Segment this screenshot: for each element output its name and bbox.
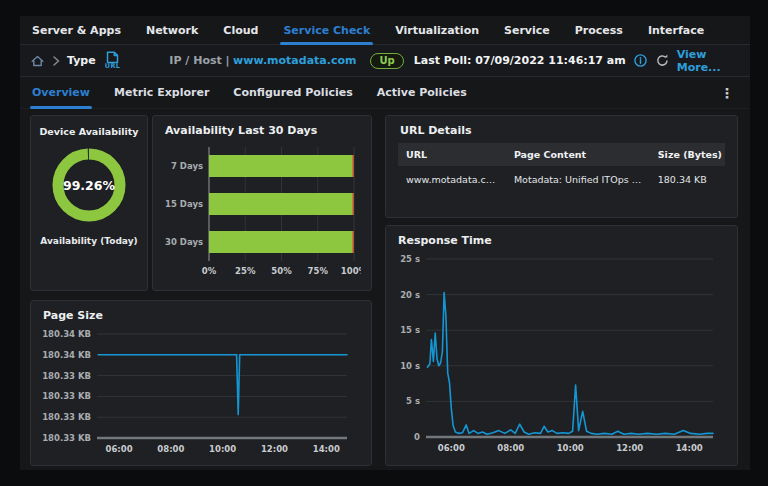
svg-text:180.33 KB: 180.33 KB	[42, 391, 91, 401]
svg-text:25 s: 25 s	[400, 254, 420, 264]
page-size-line-chart: 180.34 KB180.34 KB180.33 KB180.33 KB180.…	[41, 326, 357, 454]
svg-text:15 s: 15 s	[400, 325, 420, 335]
cell-size: 180.34 KB	[650, 166, 725, 193]
svg-text:180.33 KB: 180.33 KB	[42, 433, 91, 443]
nav-item-network[interactable]: Network	[146, 16, 198, 44]
svg-text:10 s: 10 s	[400, 361, 420, 371]
panel-url-details: URL Details URL Page Content Size (Bytes…	[385, 115, 738, 218]
nav-item-service-check[interactable]: Service Check	[283, 16, 370, 44]
svg-text:10:00: 10:00	[557, 443, 584, 453]
table-header-row: URL Page Content Size (Bytes)	[398, 143, 725, 166]
panel-title: Page Size	[43, 309, 361, 322]
view-more-link[interactable]: View More...	[677, 48, 738, 74]
panel-response-time: Response Time 25 s20 s15 s10 s5 s006:000…	[385, 225, 738, 466]
donut-center-value: 99.26%	[47, 143, 131, 227]
tab-bar: OverviewMetric ExplorerConfigured Polici…	[20, 77, 750, 109]
svg-text:12:00: 12:00	[261, 444, 288, 454]
home-icon[interactable]	[30, 54, 45, 68]
svg-text:180.33 KB: 180.33 KB	[42, 371, 91, 381]
info-icon[interactable]	[633, 53, 648, 68]
svg-text:5 s: 5 s	[406, 396, 420, 406]
panel-device-availability: Device Availability 99.26% Availability …	[30, 115, 148, 291]
top-nav: Server & AppsNetworkCloudService CheckVi…	[20, 16, 750, 45]
tab-metric-explorer[interactable]: Metric Explorer	[114, 77, 209, 108]
breadcrumb-bar: Type URL IP / Host | www.motadata.com Up…	[20, 45, 750, 77]
cell-page-content: Motadata: Unified ITOps Solu...	[506, 166, 650, 193]
svg-text:06:00: 06:00	[105, 444, 132, 454]
url-type-icon: URL	[105, 51, 121, 70]
nav-item-process[interactable]: Process	[575, 16, 623, 44]
host-label: IP / Host | www.motadata.com	[169, 54, 356, 67]
svg-text:14:00: 14:00	[676, 443, 703, 453]
panel-availability-last-30-days: Availability Last 30 Days 0%25%50%75%100…	[152, 115, 372, 291]
status-badge: Up	[370, 53, 403, 69]
cell-url[interactable]: www.motadata.com	[398, 166, 506, 193]
svg-text:0: 0	[414, 432, 420, 442]
svg-text:20 s: 20 s	[400, 290, 420, 300]
table-row[interactable]: www.motadata.com Motadata: Unified ITOps…	[398, 166, 725, 193]
column-header-url: URL	[398, 143, 506, 166]
nav-item-interface[interactable]: Interface	[648, 16, 704, 44]
svg-text:10:00: 10:00	[209, 444, 236, 454]
donut-caption: Availability (Today)	[35, 236, 143, 246]
svg-text:25%: 25%	[235, 266, 256, 276]
availability-bar-chart: 0%25%50%75%100%7 Days15 Days30 Days	[163, 141, 361, 277]
breadcrumb-type-label: Type	[67, 54, 96, 67]
svg-text:14:00: 14:00	[313, 444, 340, 454]
svg-text:180.34 KB: 180.34 KB	[42, 329, 91, 339]
svg-text:12:00: 12:00	[616, 443, 643, 453]
svg-text:08:00: 08:00	[497, 443, 524, 453]
svg-text:08:00: 08:00	[157, 444, 184, 454]
nav-item-service[interactable]: Service	[504, 16, 550, 44]
svg-text:75%: 75%	[308, 266, 329, 276]
panel-title: Response Time	[398, 234, 727, 247]
nav-item-server-apps[interactable]: Server & Apps	[32, 16, 121, 44]
svg-text:30 Days: 30 Days	[165, 237, 203, 247]
panel-page-size: Page Size 180.34 KB180.34 KB180.33 KB180…	[30, 300, 372, 466]
svg-text:15 Days: 15 Days	[165, 199, 203, 209]
svg-text:180.33 KB: 180.33 KB	[42, 412, 91, 422]
refresh-icon[interactable]	[655, 53, 670, 68]
app-window: Server & AppsNetworkCloudService CheckVi…	[20, 16, 750, 470]
column-header-page-content: Page Content	[506, 143, 650, 166]
dashboard-content: Device Availability 99.26% Availability …	[20, 109, 750, 470]
tab-overview[interactable]: Overview	[32, 77, 90, 108]
availability-donut-chart: 99.26%	[47, 143, 131, 227]
svg-text:180.34 KB: 180.34 KB	[42, 350, 91, 360]
svg-text:7 Days: 7 Days	[171, 161, 203, 171]
tab-active-policies[interactable]: Active Policies	[377, 77, 467, 108]
panel-title: URL Details	[400, 124, 725, 137]
nav-item-cloud[interactable]: Cloud	[223, 16, 258, 44]
chevron-right-icon	[52, 56, 60, 66]
svg-text:50%: 50%	[271, 266, 292, 276]
tab-configured-policies[interactable]: Configured Policies	[233, 77, 352, 108]
response-time-line-chart: 25 s20 s15 s10 s5 s006:0008:0010:0012:00…	[396, 251, 723, 453]
panel-title: Device Availability	[35, 126, 143, 137]
host-link[interactable]: www.motadata.com	[233, 54, 356, 67]
last-poll-text: Last Poll: 07/09/2022 11:46:17 am	[414, 54, 626, 67]
svg-text:06:00: 06:00	[438, 443, 465, 453]
svg-text:0%: 0%	[202, 266, 217, 276]
panel-title: Availability Last 30 Days	[165, 124, 361, 137]
nav-item-virtualization[interactable]: Virtualization	[395, 16, 479, 44]
kebab-menu-icon[interactable]: ⋮	[716, 86, 738, 100]
column-header-size-bytes: Size (Bytes)	[650, 143, 725, 166]
svg-text:100%: 100%	[341, 266, 361, 276]
url-details-table: URL Page Content Size (Bytes) www.motada…	[398, 143, 725, 193]
